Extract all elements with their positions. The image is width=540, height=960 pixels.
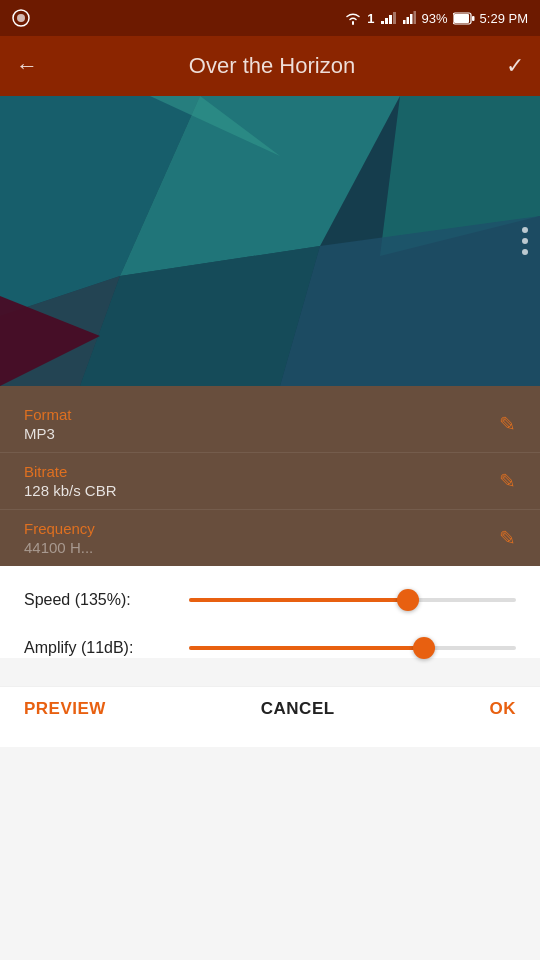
format-value: MP3: [24, 425, 72, 442]
amplify-track: [189, 646, 516, 650]
overflow-menu-button[interactable]: [522, 227, 528, 255]
svg-rect-4: [389, 15, 392, 24]
svg-rect-5: [393, 12, 396, 24]
album-art-svg: [0, 96, 540, 386]
speed-thumb[interactable]: [397, 589, 419, 611]
speed-slider[interactable]: [189, 590, 516, 610]
battery-icon: [453, 12, 475, 25]
format-info: Format MP3: [24, 406, 72, 442]
svg-rect-3: [385, 18, 388, 24]
status-bar: 1 93% 5:29 PM: [0, 0, 540, 36]
bitrate-row: Bitrate 128 kb/s CBR ✎: [0, 453, 540, 510]
album-art: [0, 96, 540, 386]
frequency-row: Frequency 44100 H... ✎: [0, 510, 540, 566]
battery-percent: 93%: [422, 11, 448, 26]
back-button[interactable]: ←: [16, 53, 38, 79]
confirm-button[interactable]: ✓: [506, 53, 524, 79]
dot2: [522, 238, 528, 244]
svg-rect-6: [403, 20, 406, 24]
svg-rect-8: [410, 14, 413, 24]
frequency-label: Frequency: [24, 520, 95, 537]
amplify-slider-row: Amplify (11dB):: [24, 638, 516, 658]
cast-icon: [12, 9, 30, 27]
speed-track: [189, 598, 516, 602]
svg-rect-11: [454, 14, 469, 23]
details-panel: Format MP3 ✎ Bitrate 128 kb/s CBR ✎ Freq…: [0, 386, 540, 566]
format-edit-button[interactable]: ✎: [499, 412, 516, 436]
page-title: Over the Horizon: [189, 53, 355, 79]
top-bar: ← Over the Horizon ✓: [0, 36, 540, 96]
preview-button[interactable]: PREVIEW: [24, 699, 106, 719]
wifi-icon: [344, 11, 362, 25]
amplify-slider[interactable]: [189, 638, 516, 658]
cancel-button[interactable]: CANCEL: [261, 699, 335, 719]
svg-rect-9: [413, 11, 416, 24]
frequency-value: 44100 H...: [24, 539, 95, 556]
svg-rect-7: [406, 17, 409, 24]
bitrate-label: Bitrate: [24, 463, 117, 480]
dot3: [522, 249, 528, 255]
amplify-fill: [189, 646, 424, 650]
dot1: [522, 227, 528, 233]
svg-rect-22: [0, 96, 540, 386]
bottom-buttons: PREVIEW CANCEL OK: [0, 686, 540, 747]
svg-rect-12: [472, 16, 475, 21]
format-row: Format MP3 ✎: [0, 396, 540, 453]
frequency-edit-button[interactable]: ✎: [499, 526, 516, 550]
svg-point-1: [17, 14, 25, 22]
time-display: 5:29 PM: [480, 11, 528, 26]
ok-button[interactable]: OK: [490, 699, 517, 719]
speed-label: Speed (135%):: [24, 591, 189, 609]
bitrate-info: Bitrate 128 kb/s CBR: [24, 463, 117, 499]
sim-badge: 1: [367, 11, 374, 26]
controls-panel: Speed (135%): Amplify (11dB):: [0, 566, 540, 658]
svg-rect-2: [381, 21, 384, 24]
status-right: 1 93% 5:29 PM: [344, 11, 528, 26]
amplify-thumb[interactable]: [413, 637, 435, 659]
frequency-info: Frequency 44100 H...: [24, 520, 95, 556]
signal-icon: [380, 11, 398, 25]
bitrate-value: 128 kb/s CBR: [24, 482, 117, 499]
signal2-icon: [403, 11, 417, 25]
status-left: [12, 9, 30, 27]
speed-slider-row: Speed (135%):: [24, 590, 516, 610]
format-label: Format: [24, 406, 72, 423]
bitrate-edit-button[interactable]: ✎: [499, 469, 516, 493]
amplify-label: Amplify (11dB):: [24, 639, 189, 657]
speed-fill: [189, 598, 408, 602]
